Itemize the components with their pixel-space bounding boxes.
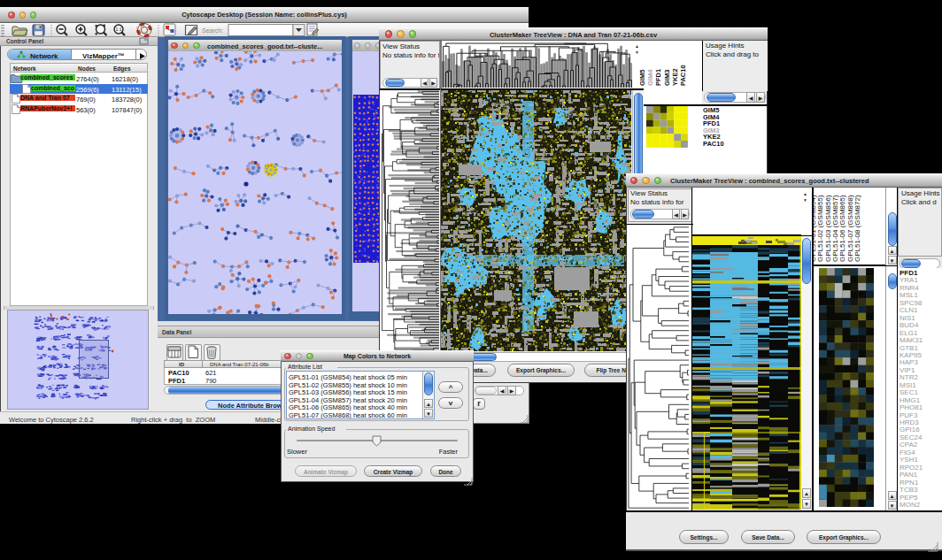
svg-text:1:1: 1:1 xyxy=(116,27,122,32)
svg-text:Search:: Search: xyxy=(202,27,223,34)
